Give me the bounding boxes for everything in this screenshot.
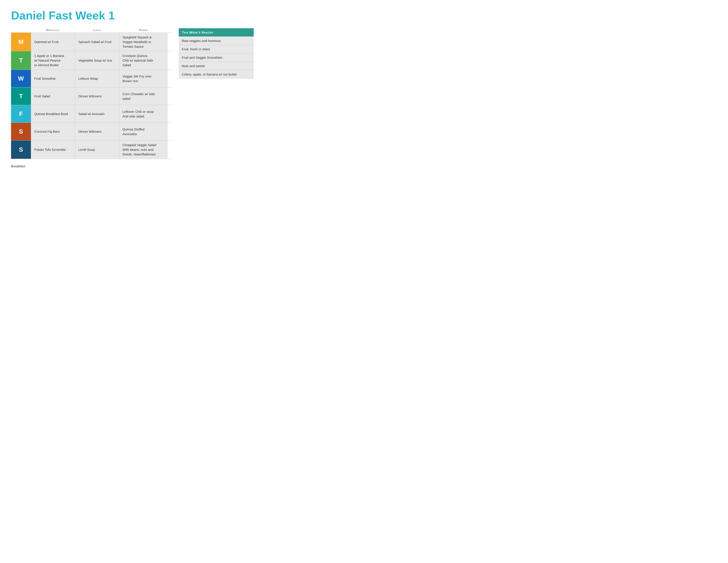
meal-cell: Salad w/ Avocado xyxy=(75,105,119,122)
snack-item: Raw veggies and hummus xyxy=(179,36,254,45)
meal-row: FQuinoa Breakfast BowlSalad w/ AvocadoLe… xyxy=(11,105,173,122)
meal-row: WFruit SmoothieLettuce WrapVeggie Stir F… xyxy=(11,70,173,87)
snacks-header: This Week's Snacks xyxy=(179,28,254,36)
col-header-breakfast: Breakfast xyxy=(31,28,75,32)
meal-row: SPotato Tofu ScrambleLentil SoupChopped … xyxy=(11,140,173,159)
meal-row: T1 Apple or 1 Banana w/ Natural Peanut o… xyxy=(11,51,173,70)
meal-cell: Dinner leftovers xyxy=(75,123,119,140)
meal-cell: Oatmeal w/ Fruit xyxy=(31,33,75,51)
col-header-day xyxy=(11,28,31,32)
meal-cell: 1 Apple or 1 Banana w/ Natural Peanut or… xyxy=(31,51,75,70)
meal-cell: Chopped Veggie Salad With beans, nuts an… xyxy=(119,140,168,159)
meal-cell: Coconut Fig Bars xyxy=(31,123,75,140)
snack-item: Fruit, fresh or dried xyxy=(179,45,254,53)
day-cell: S xyxy=(11,123,31,140)
day-cell: S xyxy=(11,140,31,159)
meal-cell: Potato Tofu Scramble xyxy=(31,140,75,159)
meal-cell: Spinach Salad w/ Fruit xyxy=(75,33,119,51)
meal-cell: Crockpot Quinoa Chili w/ optional Side S… xyxy=(119,51,168,70)
snack-item: Nuts and seeds xyxy=(179,62,254,70)
meal-cell: Dinner leftovers xyxy=(75,87,119,105)
meal-row: SCoconut Fig BarsDinner leftoversQuinoa … xyxy=(11,122,173,140)
col-header-dinner: Dinner xyxy=(119,28,168,32)
snack-item: Fruit and Veggie Smoothies xyxy=(179,53,254,62)
table-header-row: Breakfast Lunch Dinner xyxy=(11,28,173,32)
snack-item: Celery, apple, or banana w/ nut butter xyxy=(179,70,254,79)
meal-cell: Veggie Stir Fry over Brown rice xyxy=(119,70,168,87)
meal-cell: Leftover Chili or soup And side salad xyxy=(119,105,168,122)
meal-cell: Quinoa Stuffed Avocados xyxy=(119,123,168,140)
meal-cell: Quinoa Breakfast Bowl xyxy=(31,105,75,122)
day-cell: M xyxy=(11,33,31,51)
day-cell: T xyxy=(11,51,31,70)
snacks-section: This Week's Snacks Raw veggies and hummu… xyxy=(179,28,254,79)
meal-table-section: Breakfast Lunch Dinner MOatmeal w/ Fruit… xyxy=(11,28,173,159)
meal-cell: Lentil Soup xyxy=(75,140,119,159)
footer-label: Breakfast: xyxy=(11,164,254,168)
meal-cell: Vegetable Soup w/ rice xyxy=(75,51,119,70)
meal-cell: Lettuce Wrap xyxy=(75,70,119,87)
meal-row: TFruit SaladDinner leftoversCorn Chowder… xyxy=(11,87,173,105)
main-layout: Breakfast Lunch Dinner MOatmeal w/ Fruit… xyxy=(11,28,254,159)
meal-cell: Spaghetti Squash & Veggie Meatballs in T… xyxy=(119,33,168,51)
meal-cell: Fruit Salad xyxy=(31,87,75,105)
col-header-lunch: Lunch xyxy=(75,28,119,32)
meal-cell: Fruit Smoothie xyxy=(31,70,75,87)
day-cell: W xyxy=(11,70,31,87)
day-cell: T xyxy=(11,87,31,105)
meal-cell: Corn Chowder w/ side salad xyxy=(119,87,168,105)
meal-row: MOatmeal w/ FruitSpinach Salad w/ FruitS… xyxy=(11,32,173,51)
page-title: Daniel Fast Week 1 xyxy=(11,9,254,22)
day-cell: F xyxy=(11,105,31,122)
